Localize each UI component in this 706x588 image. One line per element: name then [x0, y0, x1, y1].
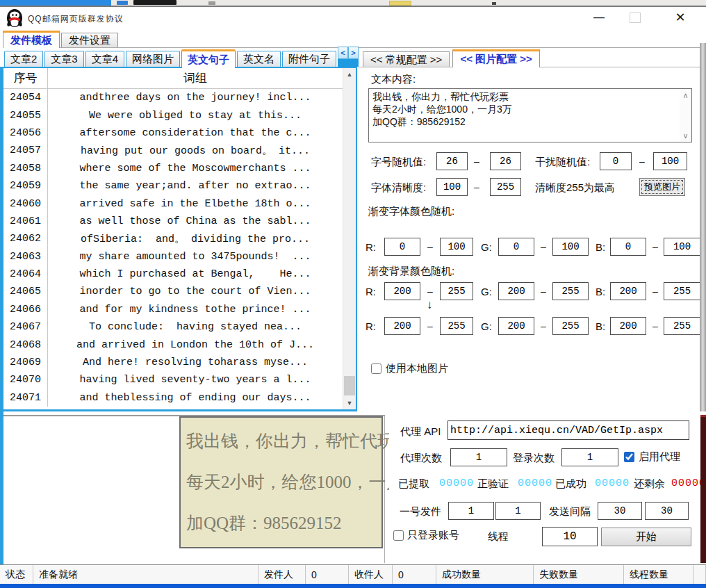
table-row[interactable]: 24070having lived seventy-two years a l.… [3, 371, 343, 389]
range-dash: – [427, 286, 433, 297]
table-row[interactable]: 24056aftersome consideration that the c.… [3, 124, 343, 142]
font-g-max-input[interactable] [552, 238, 589, 256]
bg1-r-max-input[interactable] [440, 282, 473, 300]
use-local-image-checkbox[interactable] [371, 364, 381, 374]
col-header-phrase[interactable]: 词组 [48, 68, 343, 88]
enable-proxy-checkbox[interactable] [624, 452, 634, 462]
bg1-r-min-input[interactable] [384, 282, 420, 300]
table-row[interactable]: 24068and arrived in London the 10th of J… [3, 336, 343, 353]
clarity-min-input[interactable] [436, 178, 468, 196]
table-row[interactable]: 24059the same year;and. after no extrao.… [3, 177, 343, 195]
font-r-min-input[interactable] [384, 238, 420, 256]
proxy-count-input[interactable] [450, 448, 507, 466]
table-row[interactable]: 24057having put our goods on board。 it..… [3, 142, 343, 159]
table-row[interactable]: 24071and theblessing of ending our days.… [3, 389, 343, 407]
noise-min-input[interactable] [600, 152, 632, 170]
row-index-cell: 24060 [3, 195, 48, 212]
table-row[interactable]: 24069And here! resolving toharass myse..… [3, 354, 343, 371]
proxy-stat-label: 已提取 [398, 477, 429, 491]
r-label: R: [366, 286, 376, 297]
table-row[interactable]: 24064which I purchased at Bengal, He... [3, 266, 343, 283]
noise-max-input[interactable] [653, 152, 687, 170]
row-phrase-cell: arrived safe in the Elbethe 18th o... [48, 195, 343, 212]
bg1-b-max-input[interactable] [664, 282, 700, 300]
table-row[interactable]: 24054andthree days on the journey! incl.… [3, 89, 343, 106]
clarity-max-input[interactable] [490, 178, 521, 196]
tab-image-config[interactable]: << 图片配置 >> [452, 49, 539, 67]
table-scrollbar[interactable]: ▲ ▼ [343, 68, 356, 409]
table-row[interactable]: 24060arrived safe in the Elbethe 18th o.… [3, 195, 343, 212]
close-button[interactable]: ✕ [664, 8, 696, 26]
desktop-label-fragment [133, 0, 176, 5]
row-phrase-cell: and for my kindness tothe prince! ... [48, 301, 343, 318]
per-account-min-input[interactable] [448, 502, 494, 520]
table-row[interactable]: 24062ofSiberia: and。 dividing the pro... [3, 230, 343, 247]
bg2-g-max-input[interactable] [552, 317, 589, 335]
table-row[interactable]: 24058where some of the Moscowmerchants .… [3, 160, 343, 177]
tab-article4[interactable]: 文章4 [85, 51, 124, 67]
preview-line: 每天2小时，给您1000，一月3万 [186, 462, 376, 503]
range-dash: – [652, 320, 658, 332]
b-label: B: [596, 241, 605, 253]
textarea-scroll-up-icon[interactable]: ∧ [680, 90, 691, 100]
tab-send-template[interactable]: 发件模板 [3, 31, 60, 48]
row-phrase-cell: having put our goods on board。 it... [48, 142, 343, 159]
start-button[interactable]: 开始 [601, 528, 691, 546]
login-only-checkbox[interactable] [393, 530, 404, 541]
font-r-max-input[interactable] [440, 238, 473, 256]
tab-general-config[interactable]: << 常规配置 >> [363, 51, 450, 67]
row-phrase-cell: To conclude: having stayed nea... [48, 318, 343, 336]
tab-scroll-left-icon[interactable]: < [338, 47, 348, 59]
tab-article2[interactable]: 文章2 [4, 51, 43, 67]
tab-web-images[interactable]: 网络图片 [126, 51, 180, 67]
interval-max-input[interactable] [645, 502, 689, 520]
window-title: QQ邮箱网页版群发协议 [28, 13, 124, 25]
tab-attachment-sentences[interactable]: 附件句子 [282, 51, 336, 67]
table-row[interactable]: 24055We were obliged to stay at this... [3, 106, 343, 124]
tab-article3[interactable]: 文章3 [44, 51, 83, 67]
bg2-r-max-input[interactable] [440, 317, 473, 335]
thread-count-input[interactable] [542, 527, 598, 546]
interval-min-input[interactable] [598, 502, 642, 520]
bg1-g-max-input[interactable] [552, 282, 589, 300]
row-index-cell: 24059 [3, 177, 48, 195]
table-row[interactable]: 24067To conclude: having stayed nea... [3, 318, 343, 336]
bg2-r-min-input[interactable] [384, 317, 420, 335]
textarea-scrollbar[interactable]: ∧ ∨ [680, 89, 691, 142]
bg2-g-min-input[interactable] [498, 317, 534, 335]
proxy-api-input[interactable] [448, 420, 689, 440]
bg2-b-min-input[interactable] [610, 317, 646, 335]
font-g-min-input[interactable] [498, 238, 534, 256]
table-row[interactable]: 24063my share amounted to 3475pounds! ..… [3, 248, 343, 266]
table-row[interactable]: 24065inorder to go to the court of Vien.… [3, 283, 343, 300]
scroll-down-icon[interactable]: ▼ [343, 397, 356, 409]
table-row[interactable]: 24061as well those of China as the sabl.… [3, 213, 343, 230]
text-content-textarea[interactable]: 我出钱，你出力，帮忙代玩彩票 每天2小时，给您1000，一月3万 加QQ群：98… [368, 88, 692, 142]
bg2-b-max-input[interactable] [664, 317, 700, 335]
main-tab-strip: 发件模板发件设置 [3, 31, 703, 48]
tab-english-names[interactable]: 英文名 [237, 51, 281, 67]
preview-image-button[interactable]: 预览图片 [639, 178, 685, 196]
noise-label: 干扰随机值: [535, 156, 590, 169]
font-size-min-input[interactable] [436, 152, 468, 170]
scroll-up-icon[interactable]: ▲ [343, 68, 356, 81]
col-header-index[interactable]: 序号 [3, 68, 48, 88]
maximize-button[interactable] [630, 13, 641, 23]
tab-scroll-right-icon[interactable]: > [348, 47, 359, 59]
row-phrase-cell: which I purchased at Bengal, He... [48, 266, 343, 283]
row-phrase-cell: inorder to go to the court of Vien... [48, 283, 343, 300]
proxy-stat-value: 00000 [439, 477, 474, 489]
font-size-max-input[interactable] [490, 152, 521, 170]
table-row[interactable]: 24066and for my kindness tothe prince! .… [3, 301, 343, 318]
login-count-input[interactable] [561, 448, 618, 466]
tab-english-sentences[interactable]: 英文句子 [181, 49, 236, 68]
bg1-b-min-input[interactable] [610, 282, 646, 300]
minimize-button[interactable]: — [584, 8, 614, 26]
per-account-max-input[interactable] [495, 502, 541, 520]
textarea-scroll-down-icon[interactable]: ∨ [680, 131, 691, 140]
font-b-min-input[interactable] [610, 238, 646, 256]
bg1-g-min-input[interactable] [498, 282, 534, 300]
font-b-max-input[interactable] [664, 238, 700, 256]
tab-send-settings[interactable]: 发件设置 [61, 33, 118, 47]
scrollbar-thumb[interactable] [344, 376, 355, 395]
